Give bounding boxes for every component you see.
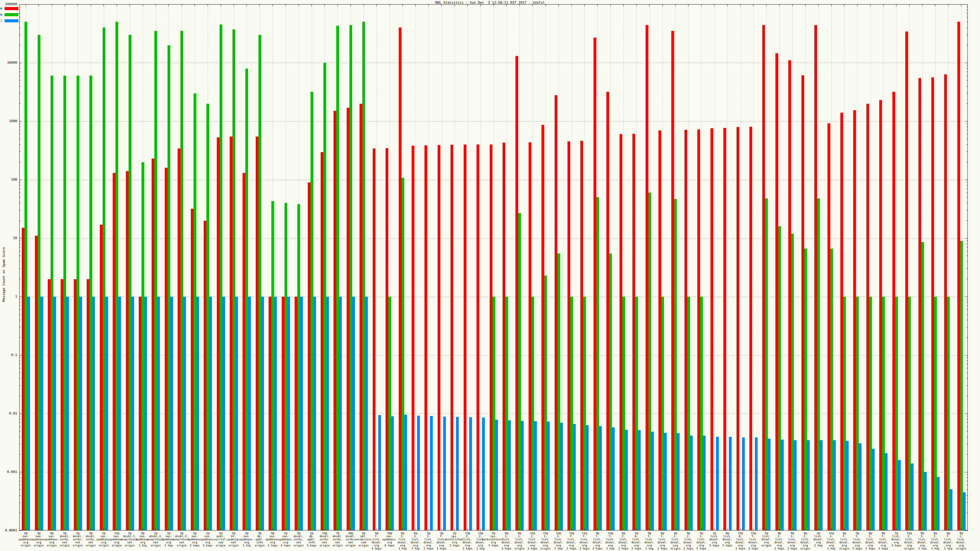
x-tick: [467, 4, 468, 6]
y-minor-tick: [19, 17, 21, 17]
y-minor-tick: [967, 256, 968, 256]
x-tick: [143, 529, 143, 530]
x-tick: [714, 4, 714, 6]
x-tick: [831, 529, 832, 530]
x-tick: [441, 4, 442, 6]
y-minor-tick: [19, 475, 21, 475]
y-minor-tick: [967, 244, 968, 244]
y-minor-tick: [19, 256, 21, 256]
legend-label-score: Score (0..1): [0, 19, 2, 23]
x-tick: [156, 529, 156, 530]
x-tick: [65, 529, 65, 530]
y-minor-tick: [19, 127, 21, 127]
x-tick: [584, 4, 585, 6]
x-tick: [727, 4, 728, 6]
y-tick-label: 10: [1, 236, 17, 240]
x-tick: [337, 529, 338, 530]
legend-row: Spam: [0, 13, 19, 16]
legend-label-spam: Spam: [0, 13, 2, 16]
y-minor-tick: [967, 495, 968, 495]
x-tick: [532, 529, 533, 530]
x-tick: [571, 529, 572, 530]
x-label-line: list.: [943, 538, 980, 541]
y-minor-tick: [967, 320, 968, 320]
y-minor-tick: [19, 244, 21, 244]
x-tick: [805, 4, 805, 6]
x-tick: [701, 529, 702, 530]
x-tick: [65, 4, 65, 6]
y-minor-tick: [967, 431, 968, 431]
y-tick-label: 0.001: [1, 470, 17, 474]
y-minor-tick: [19, 162, 21, 162]
x-tick: [117, 4, 117, 6]
y-minor-tick: [19, 189, 21, 189]
y-minor-tick: [19, 103, 21, 104]
y-major-tick: [965, 472, 968, 472]
y-minor-tick: [967, 489, 968, 490]
y-minor-tick: [19, 357, 21, 358]
x-tick: [299, 529, 299, 530]
x-tick: [818, 4, 819, 6]
x-tick: [571, 4, 572, 6]
x-tick: [156, 4, 156, 6]
y-minor-tick: [19, 416, 21, 416]
y-minor-tick: [967, 261, 968, 262]
y-minor-tick: [967, 305, 968, 306]
y-minor-tick: [967, 17, 968, 17]
x-tick: [247, 4, 247, 6]
y-major-tick: [19, 355, 22, 356]
y-minor-tick: [19, 124, 21, 124]
x-tick: [324, 529, 325, 530]
y-minor-tick: [19, 299, 21, 299]
y-minor-tick: [967, 241, 968, 241]
x-tick: [103, 4, 104, 6]
x-label-line: origin: [943, 547, 980, 550]
y-minor-tick: [19, 478, 21, 478]
y-minor-tick: [19, 320, 21, 320]
y-major-tick: [965, 121, 968, 122]
y-minor-tick: [19, 305, 21, 306]
y-major-tick: [965, 4, 968, 5]
y-minor-tick: [967, 162, 968, 162]
y-minor-tick: [967, 144, 968, 145]
y-minor-tick: [19, 485, 21, 485]
y-minor-tick: [19, 364, 21, 364]
y-minor-tick: [967, 310, 968, 310]
x-tick: [390, 529, 390, 530]
x-tick: [91, 4, 91, 6]
x-tick: [38, 4, 39, 6]
x-tick: [961, 529, 961, 530]
x-tick: [208, 529, 208, 530]
x-tick: [922, 529, 923, 530]
y-minor-tick: [967, 444, 968, 444]
x-label-line: dnswl.: [943, 541, 980, 544]
y-minor-tick: [19, 197, 21, 197]
x-tick: [597, 529, 598, 530]
x-tick: [143, 4, 143, 6]
x-tick: [169, 529, 169, 530]
y-minor-tick: [967, 314, 968, 314]
x-tick: [493, 4, 494, 6]
x-tick: [402, 529, 403, 530]
x-tick: [194, 529, 195, 530]
y-minor-tick: [19, 513, 21, 513]
y-minor-tick: [967, 502, 968, 503]
y-minor-tick: [967, 251, 968, 251]
y-minor-tick: [19, 71, 21, 72]
x-tick: [896, 4, 896, 6]
x-tick: [169, 4, 169, 6]
x-tick: [896, 529, 896, 530]
x-label-line: 5 hops: [683, 547, 720, 550]
y-minor-tick: [19, 192, 21, 193]
y-major-tick: [965, 63, 968, 63]
y-minor-tick: [19, 185, 21, 186]
y-minor-tick: [967, 182, 968, 183]
y-minor-tick: [19, 93, 21, 94]
y-major-tick: [19, 297, 22, 297]
x-tick: [103, 529, 104, 530]
y-minor-tick: [19, 495, 21, 495]
y-minor-tick: [967, 416, 968, 416]
x-tick: [909, 4, 910, 6]
y-minor-tick: [19, 65, 21, 65]
x-tick: [480, 529, 481, 530]
